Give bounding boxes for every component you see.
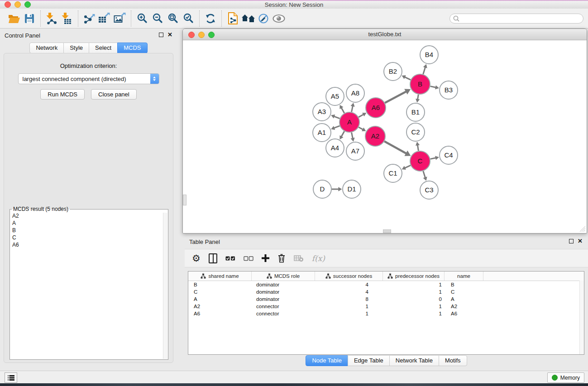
memory-button[interactable]: Memory — [547, 372, 584, 383]
graph-edge-C-C3[interactable] — [423, 171, 425, 178]
hide-annotations-icon[interactable] — [256, 11, 271, 26]
graph-edge-A-A1[interactable] — [334, 126, 340, 128]
mcds-result-item[interactable]: A — [10, 219, 163, 227]
column-header-mcds-role[interactable]: MCDS role — [252, 272, 315, 281]
graph-edge-C-C2[interactable] — [417, 145, 418, 151]
zoom-in-icon[interactable] — [134, 11, 150, 26]
tab-network[interactable]: Network — [29, 43, 64, 53]
tab-select[interactable]: Select — [89, 43, 118, 53]
open-file-icon[interactable] — [6, 11, 22, 26]
select-all-icon[interactable] — [225, 252, 235, 265]
tab-mcds[interactable]: MCDS — [117, 43, 147, 53]
edge-arrowhead — [416, 99, 420, 103]
toolbar-separator — [40, 10, 41, 27]
table-settings-icon[interactable]: ⚙ — [192, 252, 201, 265]
add-row-icon[interactable] — [262, 252, 269, 265]
delete-rows-icon[interactable] — [277, 252, 286, 265]
window-edge-handle[interactable] — [383, 229, 391, 233]
graph-edge-B-B3[interactable] — [430, 86, 436, 88]
search-field[interactable] — [460, 14, 583, 23]
table-row[interactable]: Bdominator41B — [188, 281, 584, 288]
save-session-icon[interactable] — [22, 11, 37, 26]
table-cell: A6 — [445, 311, 483, 316]
graph-edge-B-B1[interactable] — [418, 95, 419, 100]
graph-edge-A-A2[interactable] — [359, 127, 363, 129]
zoom-out-icon[interactable] — [150, 11, 165, 26]
refresh-layout-icon[interactable] — [203, 11, 218, 26]
zoom-fit-icon[interactable] — [165, 11, 181, 26]
run-mcds-button[interactable]: Run MCDS — [40, 89, 85, 100]
minimize-traffic-light[interactable] — [198, 32, 205, 38]
graph-edge-A-A4[interactable] — [341, 131, 344, 137]
graph-edge-A-A8[interactable] — [352, 106, 353, 112]
table-scrollbar[interactable] — [579, 281, 584, 354]
show-columns-icon[interactable] — [209, 252, 217, 265]
task-history-button[interactable] — [5, 372, 17, 383]
graph-edge-C-C4[interactable] — [430, 158, 436, 159]
export-table-icon[interactable] — [97, 11, 112, 26]
export-image-icon[interactable] — [112, 11, 128, 26]
column-header-predecessor-nodes[interactable]: predecessor nodes — [383, 272, 445, 281]
node-table: shared name MCDS role successor nodes pr… — [188, 271, 584, 355]
mcds-result-item[interactable]: A2 — [10, 212, 163, 219]
graph-node-label: A6 — [372, 104, 380, 111]
clone-network-icon[interactable] — [225, 11, 240, 26]
tab-node-table[interactable]: Node Table — [306, 355, 348, 366]
close-traffic-light[interactable] — [188, 32, 195, 38]
zoom-traffic-light[interactable] — [24, 1, 31, 8]
graph-edge-C-C1[interactable] — [405, 165, 411, 168]
zoom-selected-icon[interactable] — [181, 11, 196, 26]
graph-edge-A-A5[interactable] — [341, 108, 344, 113]
close-panel-icon[interactable]: ✕ — [578, 239, 583, 243]
column-header-successor-nodes[interactable]: successor nodes — [315, 272, 383, 281]
import-network-icon[interactable] — [44, 11, 59, 26]
import-table-icon[interactable] — [59, 11, 75, 26]
network-window-controls[interactable] — [188, 32, 215, 38]
tab-style[interactable]: Style — [63, 43, 89, 53]
close-panel-button[interactable]: Close panel — [91, 89, 137, 100]
network-window-titlebar[interactable]: testGlobe.txt — [183, 29, 587, 40]
mcds-result-item[interactable]: B — [10, 227, 163, 234]
float-panel-icon[interactable] — [159, 33, 163, 37]
home-networks-icon[interactable] — [240, 11, 256, 26]
float-panel-icon[interactable] — [569, 239, 574, 243]
table-row[interactable]: Cdominator41C — [188, 288, 584, 295]
close-panel-icon[interactable]: ✕ — [167, 33, 172, 37]
tab-edge-table[interactable]: Edge Table — [348, 355, 390, 366]
optimization-criterion-select[interactable]: largest connected component (directed) — [18, 73, 159, 84]
tab-network-table[interactable]: Network Table — [389, 355, 439, 366]
graph-edge-A-A6[interactable] — [359, 114, 363, 117]
show-graphics-details-icon[interactable] — [271, 11, 287, 26]
window-edge-handle[interactable] — [183, 195, 186, 205]
graph-edge-A2-C[interactable] — [384, 141, 406, 153]
tab-motifs[interactable]: Motifs — [439, 355, 467, 366]
close-traffic-light[interactable] — [5, 1, 11, 8]
list-scrollbar[interactable] — [163, 213, 167, 359]
column-header-name[interactable]: name — [445, 272, 483, 281]
table-row[interactable]: A2connector11A2 — [188, 303, 584, 310]
zoom-traffic-light[interactable] — [208, 32, 215, 38]
column-header-shared-name[interactable]: shared name — [188, 272, 252, 281]
graph-edge-A-A7[interactable] — [352, 133, 353, 138]
table-row[interactable]: A6connector11A6 — [188, 310, 584, 317]
graph-edge-A6-B[interactable] — [385, 91, 406, 103]
graph-edge-B-B2[interactable] — [405, 77, 411, 80]
graph-edge-A-A3[interactable] — [334, 116, 340, 119]
table-row[interactable]: Adominator80A — [188, 295, 584, 303]
network-graph[interactable]: B4B2BB3A5A8A6A3B1AA1C2A2A4A7C4CC1DD1C3 — [183, 40, 587, 234]
mcds-result-item[interactable]: C — [10, 234, 163, 241]
mcds-result-item[interactable]: A6 — [10, 241, 163, 248]
resize-grip-icon[interactable] — [580, 226, 586, 232]
minimize-traffic-light[interactable] — [14, 1, 21, 8]
graph-edge-B-B4[interactable] — [423, 67, 425, 74]
table-cell: 1 — [383, 304, 445, 309]
column-type-icon — [201, 273, 206, 279]
unselect-all-icon[interactable] — [244, 252, 253, 265]
export-network-icon[interactable] — [81, 11, 97, 26]
network-canvas[interactable]: B4B2BB3A5A8A6A3B1AA1C2A2A4A7C4CC1DD1C3 — [183, 40, 587, 233]
mcds-result-list[interactable]: A2ABCA6 — [10, 212, 163, 359]
control-panel-window-buttons: ✕ — [159, 33, 172, 37]
window-controls[interactable] — [5, 1, 31, 8]
select-stepper-icon — [150, 74, 159, 84]
search-input[interactable] — [449, 14, 583, 24]
